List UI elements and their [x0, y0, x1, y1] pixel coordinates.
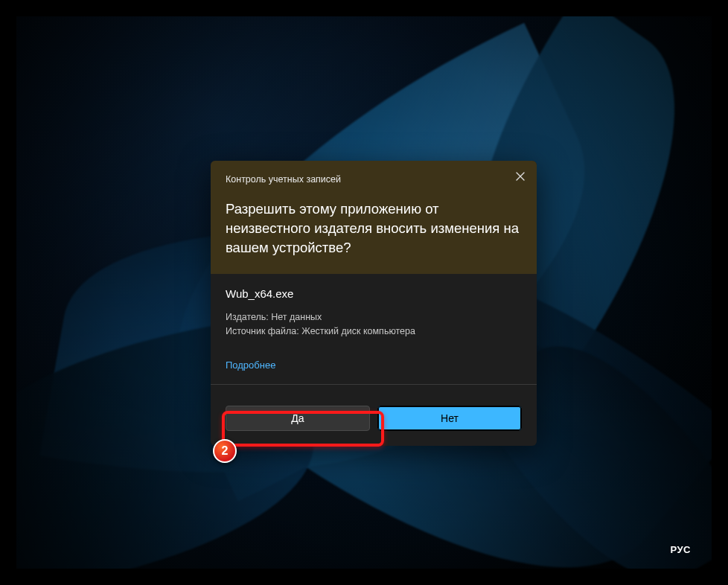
- uac-title: Контроль учетных записей: [226, 174, 522, 185]
- uac-button-row: Да Нет: [211, 392, 537, 446]
- uac-header: Контроль учетных записей Разрешить этому…: [211, 161, 537, 274]
- uac-metadata: Издатель: Нет данных Источник файла: Жес…: [226, 310, 522, 339]
- more-details-link[interactable]: Подробнее: [226, 359, 275, 371]
- uac-body: Wub_x64.exe Издатель: Нет данных Источни…: [211, 274, 537, 393]
- annotation-badge: 2: [213, 439, 237, 463]
- publisher-label: Издатель:: [226, 312, 269, 322]
- desktop-background: Контроль учетных записей Разрешить этому…: [16, 16, 712, 569]
- divider: [211, 384, 537, 385]
- close-icon: [516, 170, 525, 184]
- uac-question: Разрешить этому приложению от неизвестно…: [226, 199, 522, 258]
- uac-dialog: Контроль учетных записей Разрешить этому…: [211, 161, 537, 446]
- close-button[interactable]: [510, 167, 531, 188]
- no-button[interactable]: Нет: [377, 406, 522, 431]
- origin-label: Источник файла:: [226, 326, 299, 336]
- language-indicator[interactable]: РУС: [671, 544, 691, 555]
- uac-app-name: Wub_x64.exe: [226, 287, 522, 300]
- origin-value: Жесткий диск компьютера: [301, 326, 415, 336]
- yes-button[interactable]: Да: [226, 406, 370, 431]
- publisher-value: Нет данных: [271, 312, 322, 322]
